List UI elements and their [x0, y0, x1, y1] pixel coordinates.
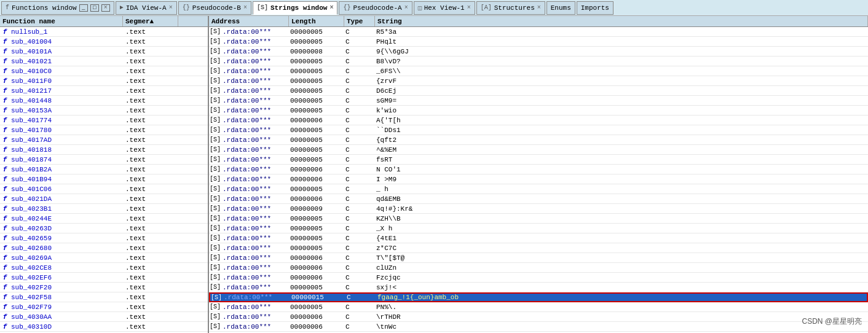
fn-icon: f: [0, 117, 10, 124]
string-row[interactable]: [S] .rdata:00*** 00000006 C N CO'1: [209, 165, 868, 174]
fn-icon: f: [0, 323, 10, 331]
fn-seg: .text: [123, 97, 178, 104]
string-row[interactable]: [S] .rdata:00*** 00000005 C PHqlt: [209, 37, 868, 47]
string-row[interactable]: [S] .rdata:00*** 00000005 C KZH\\B: [209, 214, 868, 224]
string-row[interactable]: [S] .rdata:00*** 00000005 C B8\vD?: [209, 57, 868, 66]
function-row[interactable]: f sub_40269A .text: [0, 253, 208, 263]
string-row[interactable]: [S] .rdata:00*** 00000006 C Fzcjqc: [209, 273, 868, 283]
function-row[interactable]: f sub_401021 .text: [0, 57, 208, 66]
string-icon: [S]: [209, 87, 221, 94]
tab-hex-view-1[interactable]: ◫ Hex View-1 ×: [414, 1, 475, 15]
string-value: fsRT: [375, 156, 868, 163]
string-row[interactable]: [S] .rdata:00*** 00000006 C I >M9: [209, 174, 868, 184]
string-addr: .rdata:00***: [221, 156, 289, 163]
string-row[interactable]: [S] .rdata:00*** 00000006 C qd&EMB: [209, 194, 868, 204]
tab-pseudocode-b[interactable]: {} Pseudocode-B ×: [178, 1, 251, 15]
string-row[interactable]: [S] .rdata:00*** 00000009 C 4q!#}:Kr&: [209, 204, 868, 214]
function-row[interactable]: f sub_4030AA .text: [0, 312, 208, 322]
function-row[interactable]: f sub_402EF6 .text: [0, 273, 208, 283]
string-row[interactable]: [S] .rdata:00*** 00000005 C sGM9=: [209, 96, 868, 106]
function-row[interactable]: f sub_40263D .text: [0, 224, 208, 233]
string-row[interactable]: [S] .rdata:00*** 00000005 C ^&%EM: [209, 145, 868, 155]
function-row[interactable]: f sub_401217 .text: [0, 86, 208, 96]
strings-close-icon[interactable]: ×: [329, 4, 333, 11]
string-row[interactable]: [S] .rdata:00*** 00000005 C {4tE1: [209, 233, 868, 243]
tab-strings-window[interactable]: [S] Strings window ×: [253, 1, 337, 15]
string-row[interactable]: [S] .rdata:00*** 00000005 C _ h: [209, 184, 868, 194]
tab-ida-view-a[interactable]: ► IDA View-A ×: [116, 1, 177, 15]
tab-imports[interactable]: Imports: [577, 1, 614, 15]
string-row[interactable]: [S] .rdata:00*** 00000006 C \tnWc: [209, 322, 868, 332]
tab-min-btn[interactable]: _: [79, 4, 88, 12]
function-row[interactable]: f sub_40101A .text: [0, 47, 208, 57]
string-value: {qft2: [375, 136, 868, 144]
function-row[interactable]: f sub_4010C0 .text: [0, 66, 208, 76]
string-row[interactable]: [S] .rdata:00*** 00000005 C PN%\.: [209, 302, 868, 312]
function-row[interactable]: f sub_401B2A .text: [0, 165, 208, 174]
hex-close-icon[interactable]: ×: [467, 4, 471, 11]
tab-enums[interactable]: Enums: [546, 1, 575, 15]
tab-close-btn[interactable]: ×: [101, 4, 110, 12]
strings-len-header: Length: [289, 16, 344, 26]
string-row[interactable]: [S] .rdata:00*** 00000015 C fgaag_!1{_ou…: [209, 292, 868, 302]
function-row[interactable]: f sub_4023B1 .text: [0, 204, 208, 214]
string-row[interactable]: [S] .rdata:00*** 00000005 C D6cEj: [209, 86, 868, 96]
string-row[interactable]: [S] .rdata:00*** 00000006 C A{'T[h: [209, 116, 868, 125]
pseudo-b-close-icon[interactable]: ×: [243, 4, 247, 11]
function-row[interactable]: f sub_401874 .text: [0, 155, 208, 165]
string-row[interactable]: [S] .rdata:00*** 00000005 C R5*3a: [209, 27, 868, 37]
string-addr: .rdata:00***: [221, 146, 289, 154]
tab-pseudocode-a[interactable]: {} Pseudocode-A ×: [339, 1, 412, 15]
function-row[interactable]: f sub_40310D .text: [0, 322, 208, 332]
function-row[interactable]: f sub_401004 .text: [0, 37, 208, 47]
string-len: 00000005: [289, 146, 344, 154]
function-row[interactable]: f sub_4017AD .text: [0, 135, 208, 145]
string-row[interactable]: [S] .rdata:00*** 00000005 C fsRT: [209, 155, 868, 165]
function-row[interactable]: f sub_401448 .text: [0, 96, 208, 106]
tab-structures[interactable]: [A] Structures ×: [476, 1, 545, 15]
string-value: 4q!#}:Kr&: [375, 205, 868, 213]
string-row[interactable]: [S] .rdata:00*** 00000005 C k'wio: [209, 106, 868, 116]
string-type: C: [344, 313, 375, 321]
string-icon: [S]: [209, 48, 221, 55]
function-row[interactable]: f sub_401C06 .text: [0, 184, 208, 194]
functions-panel: Function name Segmer▲ f nullsub_1 .text …: [0, 16, 209, 333]
string-row[interactable]: [S] .rdata:00*** 00000005 C z*C7C: [209, 243, 868, 253]
strings-list: [S] .rdata:00*** 00000005 C R5*3a [S] .r…: [209, 27, 868, 333]
function-row[interactable]: f nullsub_1 .text: [0, 27, 208, 37]
function-row[interactable]: f sub_4011F0 .text: [0, 76, 208, 86]
function-row[interactable]: f sub_402680 .text: [0, 243, 208, 253]
string-type: C: [344, 254, 375, 262]
function-row[interactable]: f sub_40153A .text: [0, 106, 208, 116]
string-row[interactable]: [S] .rdata:00*** 00000006 C clUZn: [209, 263, 868, 273]
structures-close-icon[interactable]: ×: [537, 4, 541, 11]
tab-functions-window[interactable]: f Functions window _ □ ×: [1, 1, 114, 15]
function-row[interactable]: f sub_401774 .text: [0, 116, 208, 125]
function-row[interactable]: f sub_402F58 .text: [0, 292, 208, 302]
ida-close-icon[interactable]: ×: [169, 4, 173, 11]
string-row[interactable]: [S] .rdata:00*** 00000006 C T\"[$T@: [209, 253, 868, 263]
string-row[interactable]: [S] .rdata:00*** 00000006 C \rTHDR: [209, 312, 868, 322]
function-row[interactable]: f sub_402659 .text: [0, 233, 208, 243]
string-row[interactable]: [S] .rdata:00*** 00000005 C ``DDs1: [209, 125, 868, 135]
string-value: D6cEj: [375, 87, 868, 95]
function-row[interactable]: f sub_402F79 .text: [0, 302, 208, 312]
string-row[interactable]: [S] .rdata:00*** 00000005 C sxj!<: [209, 283, 868, 292]
function-row[interactable]: f sub_40244E .text: [0, 214, 208, 224]
string-row[interactable]: [S] .rdata:00*** 00000005 C {qft2: [209, 135, 868, 145]
string-row[interactable]: [S] .rdata:00*** 00000005 C _6FS\\: [209, 66, 868, 76]
tab-max-btn[interactable]: □: [90, 4, 99, 12]
function-row[interactable]: f sub_401B94 .text: [0, 174, 208, 184]
string-row[interactable]: [S] .rdata:00*** 00000008 C 9{\\6gGJ: [209, 47, 868, 57]
string-row[interactable]: [S] .rdata:00*** 00000005 C {zrvF: [209, 76, 868, 86]
string-addr: .rdata:00***: [221, 107, 289, 114]
function-row[interactable]: f sub_402CE8 .text: [0, 263, 208, 273]
hex-tab-icon: ◫: [418, 4, 422, 12]
string-row[interactable]: [S] .rdata:00*** 00000005 C _X h: [209, 224, 868, 233]
function-row[interactable]: f sub_4021DA .text: [0, 194, 208, 204]
pseudo-a-close-icon[interactable]: ×: [404, 4, 408, 11]
function-row[interactable]: f sub_401818 .text: [0, 145, 208, 155]
function-row[interactable]: f sub_401780 .text: [0, 125, 208, 135]
string-value: Fzcjqc: [375, 274, 868, 281]
function-row[interactable]: f sub_402F20 .text: [0, 283, 208, 292]
